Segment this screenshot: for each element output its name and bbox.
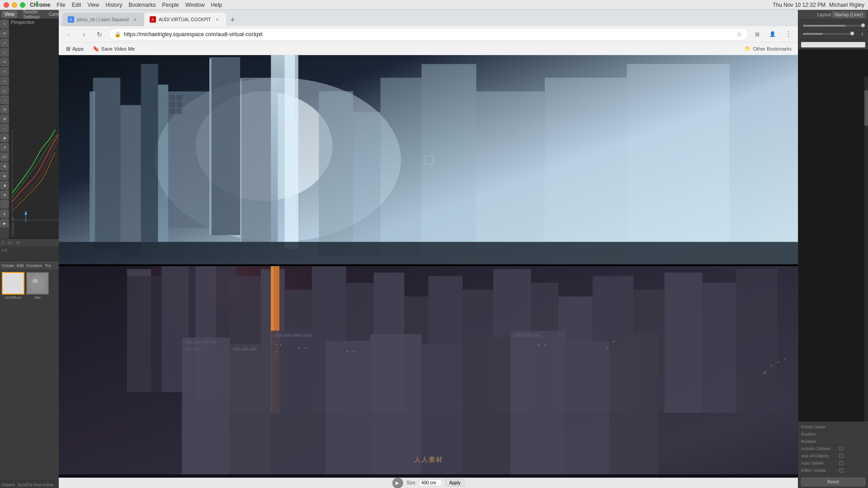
tool-scale[interactable]: ⤢ bbox=[0, 39, 9, 47]
tab-learn-squared[interactable]: S johny_rib | Learn Squared × bbox=[62, 13, 144, 26]
chrome-bottom-bar: ▶ Size Apply bbox=[59, 478, 798, 488]
tool-light[interactable]: ☀ bbox=[0, 143, 9, 151]
svg-rect-95 bbox=[305, 348, 307, 349]
tool-render-btn[interactable]: ▶ bbox=[0, 219, 9, 227]
viewport-header: View Render Settings Cameras Display bbox=[0, 10, 59, 19]
timeline-track[interactable]: 0 F bbox=[0, 246, 59, 261]
3d-viewport[interactable]: Perspective bbox=[9, 19, 59, 239]
svg-rect-66 bbox=[230, 344, 271, 477]
menu-view[interactable]: View bbox=[87, 2, 99, 8]
minimize-button[interactable] bbox=[12, 2, 17, 8]
mat-tab-function[interactable]: Function bbox=[27, 263, 42, 268]
tool-paint[interactable]: ✎ bbox=[0, 58, 9, 66]
menu-dots-button[interactable]: ⋮ bbox=[782, 28, 794, 41]
timeline-playhead[interactable] bbox=[36, 1, 38, 6]
apply-button[interactable]: Apply bbox=[445, 479, 465, 487]
svg-rect-13 bbox=[120, 105, 141, 256]
bookmark-apps[interactable]: ⊞ Apps bbox=[62, 44, 87, 54]
menu-help[interactable]: Help bbox=[211, 2, 222, 8]
window-controls[interactable] bbox=[4, 2, 25, 8]
reset-button[interactable]: Reset bbox=[801, 478, 865, 486]
tool-character[interactable]: ♟ bbox=[0, 181, 9, 189]
checkbox-use-all-objects[interactable] bbox=[839, 454, 844, 458]
tab-close-audi[interactable]: × bbox=[213, 16, 221, 23]
svg-rect-92 bbox=[280, 344, 281, 346]
svg-point-7 bbox=[33, 279, 38, 283]
mat-tab-tra[interactable]: Tra bbox=[45, 263, 51, 268]
extensions-button[interactable]: ⊞ bbox=[751, 28, 764, 41]
tool-poly[interactable]: ◇ bbox=[0, 77, 9, 85]
mat-tab-edit[interactable]: Edit bbox=[17, 263, 24, 268]
play-button[interactable]: ▶ bbox=[392, 478, 403, 488]
scroll-thumb[interactable] bbox=[864, 90, 868, 126]
checkbox-include-children[interactable] bbox=[839, 446, 844, 451]
material-octane-diffuse[interactable]: OctDiffuse bbox=[2, 272, 24, 300]
tool-sculpt[interactable]: △ bbox=[0, 86, 9, 94]
bookmark-save-label: Save Video Me bbox=[101, 46, 135, 52]
svg-rect-96 bbox=[346, 352, 348, 353]
tool-select[interactable]: □ bbox=[0, 48, 9, 56]
white-input-bar[interactable] bbox=[801, 42, 865, 47]
checkbox-editor-update[interactable] bbox=[839, 468, 844, 473]
profile-button[interactable]: 👤 bbox=[766, 28, 779, 41]
menu-window[interactable]: Window bbox=[185, 2, 205, 8]
title-bar-right: Thu Nov 10 12:32 PM Michael Rigley bbox=[773, 2, 864, 8]
svg-rect-35 bbox=[240, 79, 241, 242]
tool-extrude[interactable]: ⊡ bbox=[0, 105, 9, 113]
tab-audi-cockpit[interactable]: A AUDI VIRTUAL COCKPIT × bbox=[144, 13, 226, 26]
svg-rect-74 bbox=[610, 334, 658, 478]
address-bar[interactable]: 🔒 https://michaelrigley.squarespace.com/… bbox=[108, 28, 748, 41]
svg-rect-39 bbox=[127, 269, 151, 392]
tool-deform[interactable]: ~ bbox=[0, 124, 9, 132]
tool-mograph[interactable]: ❋ bbox=[0, 162, 9, 170]
forward-button[interactable]: › bbox=[78, 28, 90, 41]
new-tab-button[interactable]: + bbox=[226, 14, 239, 26]
tool-tag[interactable]: 🏷 bbox=[0, 153, 9, 161]
maximize-button[interactable] bbox=[20, 2, 25, 8]
tool-rotate[interactable]: ⟳ bbox=[0, 29, 9, 38]
tool-hair[interactable]: ⊗ bbox=[0, 191, 9, 199]
tool-spline[interactable]: ∿ bbox=[0, 67, 9, 75]
menu-people[interactable]: People bbox=[162, 2, 179, 8]
tab-render-settings[interactable]: Render Settings bbox=[21, 9, 42, 20]
bookmark-star-icon[interactable]: ☆ bbox=[736, 31, 742, 38]
svg-rect-29 bbox=[176, 95, 182, 100]
bookmark-other[interactable]: 📁 Other Bookmarks bbox=[742, 46, 794, 52]
menu-file[interactable]: File bbox=[57, 2, 65, 8]
chrome-tab-bar: S johny_rib | Learn Squared × A AUDI VIR… bbox=[59, 10, 798, 26]
bookmark-save-video-me[interactable]: 🔖 Save Video Me bbox=[89, 44, 138, 54]
mat-swatch-octane-diffuse[interactable] bbox=[2, 272, 24, 295]
svg-rect-100 bbox=[606, 348, 608, 349]
tool-sculpt2[interactable]: ∴ bbox=[0, 200, 9, 208]
mat-swatch-octane-mat[interactable] bbox=[26, 272, 49, 295]
tool-xpresso[interactable]: $ bbox=[0, 210, 9, 218]
tool-matrix[interactable]: ⊞ bbox=[0, 115, 9, 123]
slider-1[interactable] bbox=[803, 25, 863, 27]
close-button[interactable] bbox=[4, 2, 9, 8]
prop-key-rotation: Rotation bbox=[801, 439, 837, 444]
slider-2[interactable] bbox=[803, 33, 853, 35]
mat-tab-create[interactable]: Create bbox=[2, 263, 14, 268]
save-video-icon: 🔖 bbox=[93, 46, 99, 52]
back-button[interactable]: ‹ bbox=[62, 28, 75, 41]
svg-rect-33 bbox=[176, 108, 182, 114]
tool-dynamics[interactable]: ◈ bbox=[0, 172, 9, 180]
tool-move[interactable]: ↖ bbox=[0, 20, 9, 28]
tool-camera[interactable]: ◉ bbox=[0, 134, 9, 142]
menu-history[interactable]: History bbox=[105, 2, 122, 8]
layout-dropdown[interactable]: Startup (Liner) bbox=[832, 11, 865, 18]
svg-rect-101 bbox=[613, 341, 614, 343]
reload-button[interactable]: ↻ bbox=[93, 28, 106, 41]
vertical-toolbar: ↖ ⟳ ⤢ □ ✎ ∿ ◇ △ ⌄ ⊡ ⊞ ~ ◉ ☀ 🏷 ❋ ◈ ♟ ⊗ ∴ bbox=[0, 19, 9, 239]
svg-rect-26 bbox=[545, 78, 627, 263]
svg-rect-79 bbox=[185, 348, 192, 351]
tool-knife[interactable]: ⌄ bbox=[0, 96, 9, 104]
menu-edit[interactable]: Edit bbox=[72, 2, 81, 8]
tab-view[interactable]: View bbox=[2, 11, 17, 18]
menu-chrome[interactable]: Chrome bbox=[30, 2, 50, 8]
checkbox-auto-update[interactable] bbox=[839, 461, 844, 465]
size-input[interactable] bbox=[419, 479, 442, 486]
tab-close-learn-squared[interactable]: × bbox=[132, 16, 139, 23]
menu-bookmarks[interactable]: Bookmarks bbox=[129, 2, 156, 8]
material-octane-mat[interactable]: Mat bbox=[26, 272, 49, 300]
